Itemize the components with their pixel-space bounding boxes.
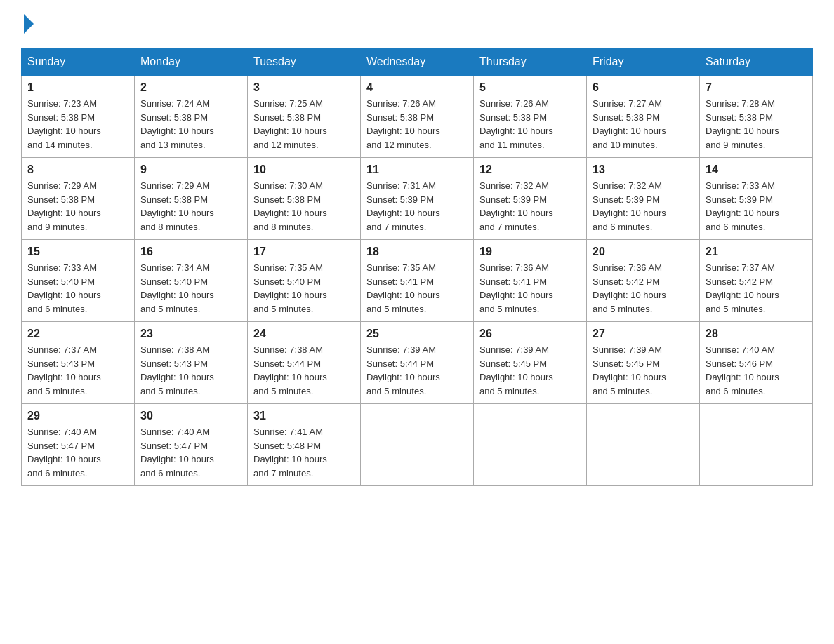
day-number: 27 — [593, 328, 694, 340]
day-info: Sunrise: 7:23 AMSunset: 5:38 PMDaylight:… — [27, 97, 128, 152]
day-number: 1 — [27, 81, 128, 94]
table-row: 30Sunrise: 7:40 AMSunset: 5:47 PMDayligh… — [135, 404, 248, 486]
col-sunday: Sunday — [22, 48, 135, 76]
day-info: Sunrise: 7:33 AMSunset: 5:40 PMDaylight:… — [27, 261, 128, 316]
day-info: Sunrise: 7:37 AMSunset: 5:43 PMDaylight:… — [27, 343, 128, 398]
day-info: Sunrise: 7:32 AMSunset: 5:39 PMDaylight:… — [479, 179, 581, 234]
day-info: Sunrise: 7:31 AMSunset: 5:39 PMDaylight:… — [366, 179, 468, 234]
day-info: Sunrise: 7:35 AMSunset: 5:40 PMDaylight:… — [253, 261, 355, 316]
table-row: 31Sunrise: 7:41 AMSunset: 5:48 PMDayligh… — [248, 404, 361, 486]
day-number: 5 — [479, 81, 581, 94]
header-row: Sunday Monday Tuesday Wednesday Thursday… — [22, 48, 813, 76]
col-saturday: Saturday — [700, 48, 813, 76]
day-number: 22 — [27, 328, 128, 340]
logo-arrow-icon — [24, 14, 34, 34]
day-number: 23 — [140, 328, 241, 340]
table-row: 9Sunrise: 7:29 AMSunset: 5:38 PMDaylight… — [135, 158, 248, 240]
day-number: 24 — [253, 328, 355, 340]
day-number: 9 — [140, 163, 241, 176]
day-number: 8 — [27, 163, 128, 176]
day-number: 3 — [253, 81, 355, 94]
table-row: 26Sunrise: 7:39 AMSunset: 5:45 PMDayligh… — [474, 322, 587, 404]
calendar-week-2: 8Sunrise: 7:29 AMSunset: 5:38 PMDaylight… — [22, 158, 813, 240]
col-wednesday: Wednesday — [361, 48, 474, 76]
day-info: Sunrise: 7:30 AMSunset: 5:38 PMDaylight:… — [253, 179, 355, 234]
day-number: 25 — [366, 328, 468, 340]
day-info: Sunrise: 7:34 AMSunset: 5:40 PMDaylight:… — [140, 261, 241, 316]
day-number: 6 — [593, 81, 694, 94]
col-tuesday: Tuesday — [248, 48, 361, 76]
day-info: Sunrise: 7:40 AMSunset: 5:47 PMDaylight:… — [27, 425, 128, 480]
day-number: 30 — [140, 410, 241, 422]
table-row: 2Sunrise: 7:24 AMSunset: 5:38 PMDaylight… — [135, 76, 248, 158]
table-row — [700, 404, 813, 486]
table-row — [474, 404, 587, 486]
day-number: 16 — [140, 246, 241, 258]
day-info: Sunrise: 7:26 AMSunset: 5:38 PMDaylight:… — [366, 97, 468, 152]
day-number: 12 — [479, 163, 581, 176]
day-number: 17 — [253, 246, 355, 258]
table-row: 25Sunrise: 7:39 AMSunset: 5:44 PMDayligh… — [361, 322, 474, 404]
day-number: 18 — [366, 246, 468, 258]
day-info: Sunrise: 7:24 AMSunset: 5:38 PMDaylight:… — [140, 97, 241, 152]
table-row: 10Sunrise: 7:30 AMSunset: 5:38 PMDayligh… — [248, 158, 361, 240]
table-row: 15Sunrise: 7:33 AMSunset: 5:40 PMDayligh… — [22, 240, 135, 322]
day-info: Sunrise: 7:29 AMSunset: 5:38 PMDaylight:… — [140, 179, 241, 234]
calendar-table: Sunday Monday Tuesday Wednesday Thursday… — [21, 48, 813, 486]
calendar-week-3: 15Sunrise: 7:33 AMSunset: 5:40 PMDayligh… — [22, 240, 813, 322]
day-number: 2 — [140, 81, 241, 94]
day-info: Sunrise: 7:39 AMSunset: 5:45 PMDaylight:… — [593, 343, 694, 398]
day-info: Sunrise: 7:36 AMSunset: 5:42 PMDaylight:… — [593, 261, 694, 316]
day-number: 29 — [27, 410, 128, 422]
day-info: Sunrise: 7:38 AMSunset: 5:44 PMDaylight:… — [253, 343, 355, 398]
table-row: 4Sunrise: 7:26 AMSunset: 5:38 PMDaylight… — [361, 76, 474, 158]
day-info: Sunrise: 7:26 AMSunset: 5:38 PMDaylight:… — [479, 97, 581, 152]
table-row: 17Sunrise: 7:35 AMSunset: 5:40 PMDayligh… — [248, 240, 361, 322]
day-number: 20 — [593, 246, 694, 258]
table-row: 13Sunrise: 7:32 AMSunset: 5:39 PMDayligh… — [587, 158, 700, 240]
day-info: Sunrise: 7:27 AMSunset: 5:38 PMDaylight:… — [593, 97, 694, 152]
table-row: 20Sunrise: 7:36 AMSunset: 5:42 PMDayligh… — [587, 240, 700, 322]
day-info: Sunrise: 7:32 AMSunset: 5:39 PMDaylight:… — [593, 179, 694, 234]
day-info: Sunrise: 7:40 AMSunset: 5:47 PMDaylight:… — [140, 425, 241, 480]
day-info: Sunrise: 7:29 AMSunset: 5:38 PMDaylight:… — [27, 179, 128, 234]
day-info: Sunrise: 7:39 AMSunset: 5:45 PMDaylight:… — [479, 343, 581, 398]
table-row: 3Sunrise: 7:25 AMSunset: 5:38 PMDaylight… — [248, 76, 361, 158]
day-info: Sunrise: 7:38 AMSunset: 5:43 PMDaylight:… — [140, 343, 241, 398]
day-number: 13 — [593, 163, 694, 176]
day-number: 15 — [27, 246, 128, 258]
col-friday: Friday — [587, 48, 700, 76]
table-row: 24Sunrise: 7:38 AMSunset: 5:44 PMDayligh… — [248, 322, 361, 404]
day-info: Sunrise: 7:25 AMSunset: 5:38 PMDaylight:… — [253, 97, 355, 152]
table-row: 6Sunrise: 7:27 AMSunset: 5:38 PMDaylight… — [587, 76, 700, 158]
day-number: 28 — [706, 328, 807, 340]
day-number: 7 — [706, 81, 807, 94]
day-info: Sunrise: 7:40 AMSunset: 5:46 PMDaylight:… — [706, 343, 807, 398]
table-row: 18Sunrise: 7:35 AMSunset: 5:41 PMDayligh… — [361, 240, 474, 322]
day-info: Sunrise: 7:28 AMSunset: 5:38 PMDaylight:… — [706, 97, 807, 152]
table-row: 12Sunrise: 7:32 AMSunset: 5:39 PMDayligh… — [474, 158, 587, 240]
table-row: 22Sunrise: 7:37 AMSunset: 5:43 PMDayligh… — [22, 322, 135, 404]
day-number: 4 — [366, 81, 468, 94]
day-number: 11 — [366, 163, 468, 176]
day-number: 31 — [253, 410, 355, 422]
table-row: 1Sunrise: 7:23 AMSunset: 5:38 PMDaylight… — [22, 76, 135, 158]
day-number: 14 — [706, 163, 807, 176]
table-row: 29Sunrise: 7:40 AMSunset: 5:47 PMDayligh… — [22, 404, 135, 486]
calendar-week-5: 29Sunrise: 7:40 AMSunset: 5:47 PMDayligh… — [22, 404, 813, 486]
table-row — [587, 404, 700, 486]
day-number: 21 — [706, 246, 807, 258]
table-row: 28Sunrise: 7:40 AMSunset: 5:46 PMDayligh… — [700, 322, 813, 404]
day-info: Sunrise: 7:36 AMSunset: 5:41 PMDaylight:… — [479, 261, 581, 316]
day-number: 10 — [253, 163, 355, 176]
day-info: Sunrise: 7:41 AMSunset: 5:48 PMDaylight:… — [253, 425, 355, 480]
day-number: 26 — [479, 328, 581, 340]
col-monday: Monday — [135, 48, 248, 76]
table-row: 5Sunrise: 7:26 AMSunset: 5:38 PMDaylight… — [474, 76, 587, 158]
day-info: Sunrise: 7:39 AMSunset: 5:44 PMDaylight:… — [366, 343, 468, 398]
col-thursday: Thursday — [474, 48, 587, 76]
page-header — [21, 14, 813, 34]
table-row: 23Sunrise: 7:38 AMSunset: 5:43 PMDayligh… — [135, 322, 248, 404]
calendar-week-1: 1Sunrise: 7:23 AMSunset: 5:38 PMDaylight… — [22, 76, 813, 158]
table-row — [361, 404, 474, 486]
